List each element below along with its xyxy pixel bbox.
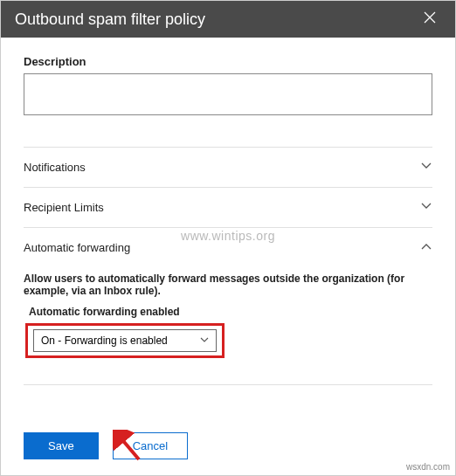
- chevron-down-icon: [200, 335, 209, 346]
- section-notifications[interactable]: Notifications: [24, 148, 432, 187]
- auto-forward-dropdown-label: Automatic forwarding enabled: [29, 306, 432, 318]
- panel-header: Outbound spam filter policy: [1, 1, 455, 38]
- automatic-forwarding-content: Allow users to automatically forward mes…: [24, 267, 432, 384]
- chevron-down-icon: [420, 160, 432, 175]
- panel-title: Outbound spam filter policy: [15, 10, 205, 29]
- section-title-recipient-limits: Recipient Limits: [24, 201, 104, 214]
- save-button[interactable]: Save: [24, 432, 99, 459]
- chevron-down-icon: [420, 200, 432, 215]
- attribution-text: wsxdn.com: [406, 462, 450, 472]
- chevron-up-icon: [420, 240, 432, 255]
- description-input[interactable]: [24, 73, 432, 115]
- description-label: Description: [24, 55, 432, 68]
- section-title-notifications: Notifications: [24, 161, 86, 174]
- dropdown-selected-value: On - Forwarding is enabled: [41, 335, 168, 347]
- highlight-annotation: On - Forwarding is enabled: [25, 323, 225, 358]
- panel-content: Description Notifications Recipient Limi…: [1, 38, 455, 394]
- auto-forward-dropdown[interactable]: On - Forwarding is enabled: [33, 329, 217, 352]
- section-title-automatic-forwarding: Automatic forwarding: [24, 241, 130, 254]
- auto-forward-help-text: Allow users to automatically forward mes…: [24, 272, 432, 297]
- close-icon[interactable]: [418, 10, 441, 29]
- footer-actions: Save Cancel: [24, 432, 188, 459]
- section-recipient-limits[interactable]: Recipient Limits: [24, 188, 432, 227]
- divider: [24, 384, 432, 385]
- section-automatic-forwarding[interactable]: Automatic forwarding: [24, 228, 432, 267]
- cancel-button[interactable]: Cancel: [113, 432, 188, 459]
